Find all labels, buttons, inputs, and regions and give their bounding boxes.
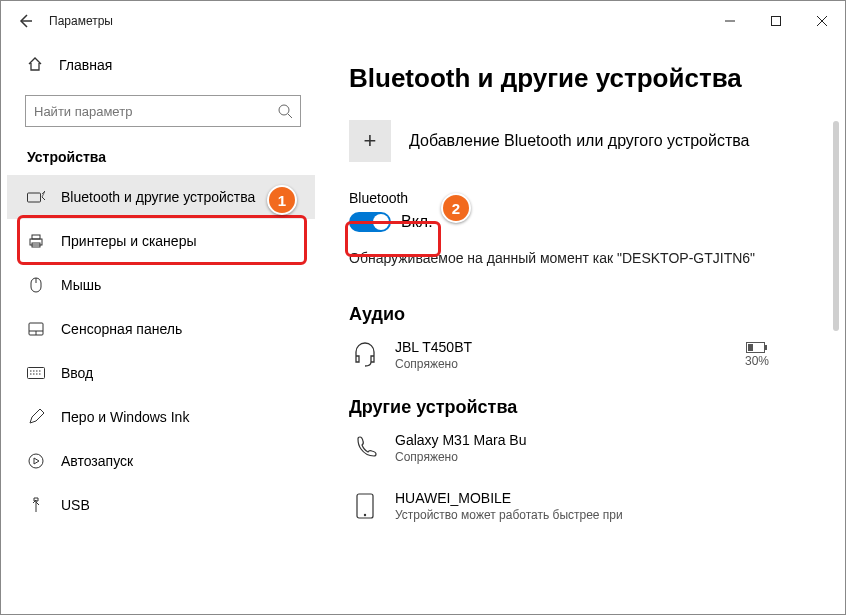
device-status: Сопряжено (395, 357, 472, 371)
sidebar-item-label: Автозапуск (61, 453, 133, 469)
sidebar-item-usb[interactable]: USB (7, 483, 315, 527)
sidebar-item-label: Bluetooth и другие устройства (61, 189, 255, 205)
sidebar-item-label: Ввод (61, 365, 93, 381)
keyboard-bt-icon (27, 190, 45, 204)
device-name: HUAWEI_MOBILE (395, 490, 623, 506)
device-name: Galaxy M31 Mara Bu (395, 432, 527, 448)
titlebar: Параметры (1, 1, 845, 41)
battery-icon (746, 342, 768, 354)
sidebar-item-touchpad[interactable]: Сенсорная панель (7, 307, 315, 351)
audio-device[interactable]: JBL T450BT Сопряжено 30% (349, 339, 825, 371)
keyboard-icon (27, 367, 45, 379)
minimize-icon (725, 16, 735, 26)
scrollbar[interactable] (833, 121, 839, 331)
maximize-button[interactable] (753, 6, 799, 36)
maximize-icon (771, 16, 781, 26)
back-button[interactable] (1, 1, 49, 41)
other-device-phone[interactable]: Galaxy M31 Mara Bu Сопряжено (349, 432, 825, 464)
svg-line-6 (288, 114, 292, 118)
audio-heading: Аудио (349, 304, 825, 325)
sidebar-item-pen[interactable]: Перо и Windows Ink (7, 395, 315, 439)
battery-indicator: 30% (745, 342, 769, 368)
sidebar-home[interactable]: Главная (7, 45, 315, 85)
svg-rect-21 (765, 345, 767, 350)
autoplay-icon (27, 453, 45, 469)
close-button[interactable] (799, 6, 845, 36)
plus-icon: + (349, 120, 391, 162)
battery-percent: 30% (745, 354, 769, 368)
annotation-badge-1: 1 (267, 185, 297, 215)
printer-icon (27, 233, 45, 249)
touchpad-icon (27, 322, 45, 336)
sidebar-item-mouse[interactable]: Мышь (7, 263, 315, 307)
page-title: Bluetooth и другие устройства (349, 63, 825, 94)
other-devices-heading: Другие устройства (349, 397, 825, 418)
svg-rect-9 (32, 235, 40, 239)
usb-icon (27, 497, 45, 513)
svg-point-24 (364, 514, 366, 516)
add-device-button[interactable]: + Добавление Bluetooth или другого устро… (349, 120, 825, 162)
other-device-mobile[interactable]: HUAWEI_MOBILE Устройство может работать … (349, 490, 825, 522)
arrow-left-icon (17, 13, 33, 29)
mobile-icon (349, 493, 381, 519)
sidebar-item-label: Принтеры и сканеры (61, 233, 196, 249)
search-box[interactable] (25, 95, 301, 127)
pen-icon (27, 409, 45, 425)
search-input[interactable] (34, 104, 278, 119)
device-status: Устройство может работать быстрее при (395, 508, 623, 522)
headset-icon (349, 342, 381, 368)
sidebar-section-heading: Устройства (7, 143, 315, 175)
main-content: Bluetooth и другие устройства + Добавлен… (321, 41, 845, 614)
toggle-knob (373, 214, 389, 230)
bluetooth-label: Bluetooth (349, 190, 825, 206)
device-name: JBL T450BT (395, 339, 472, 355)
sidebar-item-typing[interactable]: Ввод (7, 351, 315, 395)
discoverable-text: Обнаруживаемое на данный момент как "DES… (349, 250, 825, 266)
sidebar-item-autoplay[interactable]: Автозапуск (7, 439, 315, 483)
sidebar-item-label: Сенсорная панель (61, 321, 182, 337)
sidebar-item-printers[interactable]: Принтеры и сканеры (7, 219, 315, 263)
annotation-badge-2: 2 (441, 193, 471, 223)
sidebar: Главная Устройства Bluetooth и другие ус… (1, 41, 321, 614)
toggle-state-label: Вкл. (401, 213, 433, 231)
bluetooth-toggle[interactable] (349, 212, 391, 232)
minimize-button[interactable] (707, 6, 753, 36)
device-status: Сопряжено (395, 450, 527, 464)
sidebar-item-label: USB (61, 497, 90, 513)
close-icon (817, 16, 827, 26)
search-icon (278, 104, 292, 118)
add-device-label: Добавление Bluetooth или другого устройс… (409, 132, 750, 150)
window-title: Параметры (49, 14, 707, 28)
svg-rect-22 (748, 344, 753, 351)
svg-rect-16 (28, 368, 45, 379)
svg-rect-2 (772, 17, 781, 26)
sidebar-item-label: Мышь (61, 277, 101, 293)
home-label: Главная (59, 57, 112, 73)
mouse-icon (27, 277, 45, 293)
svg-point-19 (29, 454, 43, 468)
phone-icon (349, 436, 381, 460)
home-icon (27, 56, 43, 75)
sidebar-item-label: Перо и Windows Ink (61, 409, 189, 425)
svg-point-5 (279, 105, 289, 115)
svg-rect-7 (28, 193, 41, 202)
